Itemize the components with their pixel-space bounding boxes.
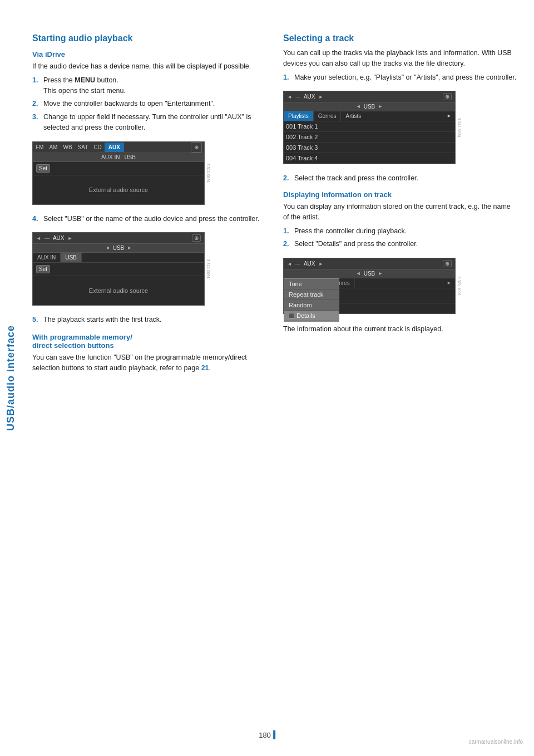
screen-2-code: 3 311 0091 [206, 259, 210, 279]
usb-arr-left: ◄ [105, 245, 110, 251]
disp-step-1: 1. Press the controller during playback. [283, 226, 517, 237]
usb-arr-right: ► [127, 245, 132, 251]
settings-icon-4: ⊕ [443, 260, 452, 267]
external-audio-label-1: External audio source [89, 186, 148, 193]
settings-icon-3: ⊕ [443, 93, 452, 100]
step-text-5: The playback starts with the first track… [43, 315, 266, 325]
disp-step-num-2: 2. [283, 239, 291, 249]
right-intro: You can call up the tracks via the playb… [283, 48, 517, 69]
page-bar [273, 730, 275, 739]
usb-arr-left-3: ◄ [356, 104, 361, 110]
arr-right-4: ► [318, 261, 323, 267]
step-text-1: Press the MENU button.This opens the sta… [43, 75, 266, 96]
chapter-title: USB/audio interface [5, 325, 17, 431]
page-number-container: 180 [259, 730, 275, 739]
external-audio-label-2: External audio source [89, 287, 148, 294]
screen-1-wrapper: FM AM WB SAT CD AUX ⊕ AUX IN USB Set [32, 136, 205, 210]
usb-label: USB [113, 245, 125, 251]
tab-playlists: Playlists [284, 111, 313, 121]
disp-step-num-1: 1. [283, 226, 291, 237]
screen-3-wrapper: ◄ — AUX ► ⊕ ◄ USB ► Playlists Genres Art… [283, 85, 456, 170]
step-num-3: 3. [32, 112, 40, 133]
programmable-link[interactable]: 21 [201, 364, 209, 372]
aux-label-3: AUX [304, 94, 315, 100]
arr-left-4: ◄ [287, 261, 292, 267]
set-button-2[interactable]: Set [36, 265, 50, 273]
programmable-end: . [209, 364, 211, 372]
left-column: Starting audio playback Via iDrive If th… [32, 33, 266, 377]
tab-arrow-4: ► [443, 278, 455, 288]
subnav-usb: USB [124, 154, 136, 160]
programmable-text: You can save the function "USB" on the p… [32, 352, 266, 374]
disp-step-text-1: Press the controller during playback. [294, 226, 517, 237]
aux-label-4: AUX [304, 261, 315, 267]
usb-arr-left-4: ◄ [356, 271, 361, 277]
tab-cd: CD [91, 143, 104, 152]
step-3: 3. Change to upper field if necessary. T… [32, 112, 266, 133]
step-num-2: 2. [32, 99, 40, 109]
tab-sat: SAT [75, 143, 91, 152]
disp-step-2: 2. Select "Details" and press the contro… [283, 239, 517, 249]
screen-mock-3: ◄ — AUX ► ⊕ ◄ USB ► Playlists Genres Art… [283, 91, 456, 164]
screen-mock-2: ◄ — AUX ► ⊕ ◄ USB ► AUX IN USB [32, 232, 205, 306]
dash-4: — [295, 261, 300, 267]
screen-4-wrapper: ◄ — AUX ► ⊕ ◄ USB ► Tone ylist [283, 252, 456, 320]
screen-3-code: 3 341 5524 [457, 118, 461, 138]
step-num-1: 1. [32, 75, 40, 96]
step-text-3: Change to upper field if necessary. Turn… [43, 112, 266, 133]
dropdown-random: Random [284, 300, 339, 311]
screen-mock-4: ◄ — AUX ► ⊕ ◄ USB ► Tone ylist [283, 258, 456, 314]
settings-icon-2: ⊕ [192, 234, 201, 242]
left-section-title: Starting audio playback [32, 33, 266, 43]
dropdown-tone: Tone [284, 279, 339, 289]
usb-label-4: USB [364, 271, 375, 277]
tab-am: AM [46, 143, 60, 152]
step-text-4: Select "USB" or the name of the audio de… [43, 214, 266, 224]
programmable-text-span: You can save the function "USB" on the p… [32, 354, 247, 372]
tab-wb: WB [60, 143, 75, 152]
usb-arr-right-3: ► [378, 104, 383, 110]
via-idrive-intro: If the audio device has a device name, t… [32, 61, 266, 72]
nav-usb-2-active: USB [61, 253, 82, 262]
disp-step-text-2: Select "Details" and press the controlle… [294, 239, 517, 249]
dropdown-menu: Tone Repeat track Random Details [284, 278, 339, 322]
tab-genres: Genres [313, 111, 341, 121]
usb-arr-right-4: ► [378, 271, 383, 277]
displaying-title: Displaying information on track [283, 190, 517, 199]
step-4: 4. Select "USB" or the name of the audio… [32, 214, 266, 224]
dash-3: — [295, 94, 300, 100]
conclusion-text: The information about the current track … [283, 324, 517, 335]
nav-auxin-2: AUX IN [33, 253, 61, 262]
right-step-text-2: Select the track and press the controlle… [294, 173, 517, 184]
right-step-1: 1. Make your selection, e.g. "Playlists"… [283, 72, 517, 83]
right-step-num-2: 2. [283, 173, 291, 184]
subnav-auxin: AUX IN [101, 154, 120, 160]
track-3: 003 Track 3 [284, 143, 455, 153]
tab-arrow-right: ► [443, 111, 455, 121]
track-4: 004 Track 4 [284, 153, 455, 164]
track-list: 001 Track 1 002 Track 2 003 Track 3 004 … [284, 121, 455, 164]
step-num-5: 5. [32, 315, 40, 325]
dash-icon-2: — [44, 235, 50, 241]
screen-2-wrapper: ◄ — AUX ► ⊕ ◄ USB ► AUX IN USB [32, 227, 205, 311]
track-1: 001 Track 1 [284, 121, 455, 132]
arr-right-3: ► [318, 94, 323, 100]
tab-artists: Artists [340, 111, 365, 121]
arr-left-3: ◄ [287, 94, 292, 100]
via-idrive-title: Via iDrive [32, 50, 266, 58]
right-section-title: Selecting a track [283, 33, 517, 43]
programmable-title: With programmable memory/direct selectio… [32, 333, 266, 350]
right-step-2: 2. Select the track and press the contro… [283, 173, 517, 184]
side-label: USB/audio interface [0, 0, 21, 756]
right-column: Selecting a track You can call up the tr… [283, 33, 517, 377]
set-button-1[interactable]: Set [36, 164, 50, 173]
screen-mock-1: FM AM WB SAT CD AUX ⊕ AUX IN USB Set [32, 141, 205, 205]
details-checkbox [289, 313, 294, 318]
usb-label-3: USB [364, 104, 375, 110]
settings-icon: ⊕ [191, 142, 202, 153]
dropdown-details: Details [284, 311, 339, 321]
right-step-text-1: Make your selection, e.g. "Playlists" or… [294, 72, 517, 83]
watermark: carmanualsonline.info [469, 739, 523, 745]
track-2: 002 Track 2 [284, 132, 455, 143]
step-num-4: 4. [32, 214, 40, 224]
